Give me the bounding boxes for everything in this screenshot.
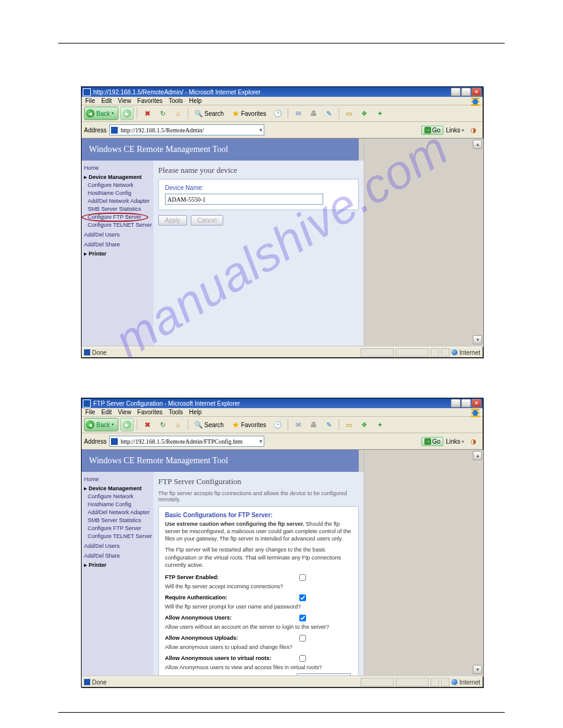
close-button[interactable]: ✕ — [472, 88, 481, 96]
sidebar-configure-telnet[interactable]: Configure TELNET Server — [84, 221, 151, 229]
sidebar-home[interactable]: Home — [84, 476, 151, 483]
history-button[interactable]: 🕑 — [271, 418, 285, 431]
address-input-wrap[interactable]: ▾ — [109, 124, 265, 135]
allow-anon-label: Allow Anonymous Users: — [165, 615, 232, 621]
sidebar-printer[interactable]: ▸ Printer — [84, 250, 151, 258]
edit-button[interactable]: ✎ — [322, 107, 335, 120]
menu-view[interactable]: View — [118, 409, 131, 415]
sidebar-device-mgmt[interactable]: ▸ Device Management — [84, 173, 151, 181]
ftp-enabled-checkbox[interactable] — [299, 574, 306, 581]
sidebar-hostname-config[interactable]: HostName Config — [84, 189, 151, 197]
edit-button[interactable]: ✎ — [322, 418, 335, 431]
address-input[interactable] — [120, 126, 258, 134]
toolbar: ◄Back▾ ► ✖ ↻ ⌂ 🔍Search ★Favorites 🕑 ✉ 🖶 … — [82, 417, 483, 433]
page-icon — [111, 127, 118, 134]
close-button[interactable]: ✕ — [472, 399, 481, 408]
sidebar-printer[interactable]: ▸ Printer — [84, 561, 151, 569]
page-icon — [111, 438, 118, 445]
sidebar-add-del-adapter[interactable]: Add/Del Network Adapter — [84, 509, 151, 517]
scroll-down-button[interactable]: ▾ — [473, 665, 482, 674]
refresh-button[interactable]: ↻ — [156, 418, 169, 431]
print-button[interactable]: 🖶 — [307, 107, 320, 120]
sidebar-configure-ftp[interactable]: Configure FTP Server — [84, 213, 151, 221]
anon-vroot-checkbox[interactable] — [299, 655, 306, 662]
favorites-button[interactable]: ★Favorites — [229, 107, 269, 120]
sidebar-smb-stats[interactable]: SMB Server Statistics — [84, 205, 151, 213]
scroll-up-button[interactable]: ▴ — [473, 140, 482, 149]
back-button[interactable]: ◄Back▾ — [84, 418, 118, 431]
anon-upload-checkbox[interactable] — [299, 635, 306, 642]
sidebar-configure-network[interactable]: Configure Network — [84, 181, 151, 189]
require-auth-checkbox[interactable] — [299, 594, 306, 601]
sidebar-add-del-users[interactable]: Add/Del Users — [84, 231, 151, 239]
messenger-button[interactable]: ✦ — [373, 418, 386, 431]
refresh-button[interactable]: ↻ — [156, 107, 169, 120]
allow-anon-checkbox[interactable] — [299, 615, 306, 621]
menu-edit[interactable]: Edit — [101, 97, 112, 104]
links-button[interactable]: Links » — [446, 127, 464, 134]
home-button[interactable]: ⌂ — [171, 107, 185, 120]
apply-button[interactable]: Apply — [158, 215, 187, 226]
address-dropdown-icon[interactable]: ▾ — [259, 127, 262, 133]
favorites-button[interactable]: ★Favorites — [229, 418, 269, 431]
print-button[interactable]: 🖶 — [307, 418, 320, 431]
menu-help[interactable]: Help — [189, 409, 202, 415]
mail-button[interactable]: ✉ — [291, 418, 305, 431]
address-input[interactable] — [120, 438, 258, 446]
cancel-button[interactable]: Cancel — [191, 215, 223, 226]
menu-tools[interactable]: Tools — [169, 97, 183, 104]
app-banner: Windows CE Remote Management Tool — [82, 138, 359, 161]
discuss-button[interactable]: ▭ — [342, 418, 356, 431]
mail-button[interactable]: ✉ — [291, 107, 305, 120]
go-button[interactable]: →Go — [421, 126, 443, 135]
search-button[interactable]: 🔍Search — [191, 418, 227, 431]
sidebar-smb-stats[interactable]: SMB Server Statistics — [84, 517, 151, 525]
forward-button[interactable]: ► — [120, 107, 134, 120]
sidebar-configure-telnet[interactable]: Configure TELNET Server — [84, 533, 151, 540]
require-auth-label: Require Authentication: — [165, 594, 228, 601]
links-button[interactable]: Links » — [446, 438, 464, 445]
discuss-button[interactable]: ▭ — [342, 107, 356, 120]
scroll-up-button[interactable]: ▴ — [473, 451, 482, 460]
forward-button[interactable]: ► — [120, 418, 134, 431]
research-button[interactable]: ❖ — [358, 418, 371, 431]
menu-favorites[interactable]: Favorites — [137, 97, 163, 104]
menu-file[interactable]: File — [85, 97, 95, 104]
stop-button[interactable]: ✖ — [140, 107, 154, 120]
sidebar-add-del-share[interactable]: Add/Del Share — [84, 552, 151, 560]
stop-button[interactable]: ✖ — [140, 418, 154, 431]
maximize-button[interactable]: ❐ — [461, 399, 471, 408]
go-button[interactable]: →Go — [421, 437, 443, 446]
scroll-down-button[interactable]: ▾ — [473, 335, 482, 344]
default-dir-input[interactable] — [297, 673, 351, 675]
ie-page-icon — [83, 400, 91, 408]
sidebar-device-mgmt[interactable]: ▸ Device Management — [84, 485, 151, 493]
address-dropdown-icon[interactable]: ▾ — [259, 438, 262, 444]
home-button[interactable]: ⌂ — [171, 418, 185, 431]
sidebar-hostname-config[interactable]: HostName Config — [84, 501, 151, 509]
menu-tools[interactable]: Tools — [169, 409, 183, 415]
menu-edit[interactable]: Edit — [101, 409, 112, 415]
sidebar-home[interactable]: Home — [84, 164, 151, 172]
history-button[interactable]: 🕑 — [271, 107, 285, 120]
sidebar-add-del-share[interactable]: Add/Del Share — [84, 241, 151, 249]
search-button[interactable]: 🔍Search — [191, 107, 227, 120]
menu-help[interactable]: Help — [189, 97, 202, 104]
sidebar-configure-ftp[interactable]: Configure FTP Server — [84, 525, 151, 533]
menu-favorites[interactable]: Favorites — [137, 409, 163, 415]
address-input-wrap[interactable]: ▾ — [109, 436, 265, 447]
messenger-button[interactable]: ✦ — [373, 107, 386, 120]
maximize-button[interactable]: ❐ — [461, 88, 471, 96]
device-name-input[interactable] — [165, 194, 323, 205]
minimize-button[interactable]: ─ — [451, 399, 461, 408]
menu-view[interactable]: View — [118, 97, 131, 104]
toolbar-extra-icon[interactable]: ◑ — [467, 123, 480, 137]
research-button[interactable]: ❖ — [358, 107, 371, 120]
sidebar-configure-network[interactable]: Configure Network — [84, 493, 151, 501]
sidebar-add-del-adapter[interactable]: Add/Del Network Adapter — [84, 197, 151, 205]
minimize-button[interactable]: ─ — [451, 88, 461, 96]
sidebar-add-del-users[interactable]: Add/Del Users — [84, 542, 151, 550]
menu-file[interactable]: File — [85, 409, 95, 415]
back-button[interactable]: ◄Back▾ — [84, 107, 118, 120]
toolbar-extra-icon[interactable]: ◑ — [467, 434, 480, 448]
